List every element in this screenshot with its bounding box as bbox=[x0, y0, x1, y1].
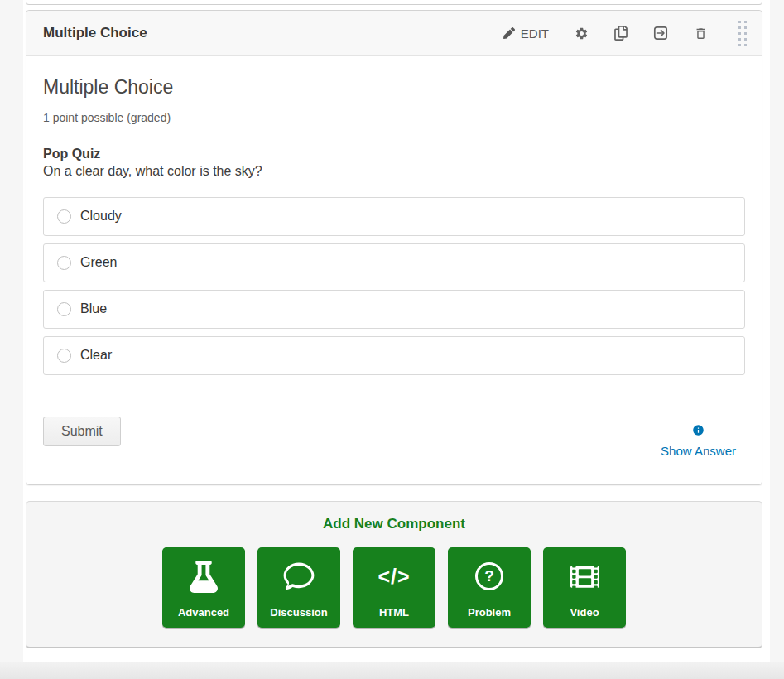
code-brackets-icon: </> bbox=[378, 547, 410, 606]
film-icon bbox=[570, 547, 600, 606]
add-problem-button[interactable]: ? Problem bbox=[448, 547, 531, 628]
points-possible: 1 point possible (graded) bbox=[43, 111, 745, 124]
duplicate-icon bbox=[614, 26, 628, 41]
choice-option-clear[interactable]: Clear bbox=[43, 336, 745, 375]
component-button-label: Advanced bbox=[178, 606, 229, 619]
choice-label: Clear bbox=[80, 348, 112, 363]
page-bottom-background bbox=[0, 662, 784, 679]
component-title: Multiple Choice bbox=[43, 25, 147, 41]
problem-actions-row: Submit Show Answer bbox=[43, 417, 745, 458]
trash-icon bbox=[694, 26, 708, 41]
pencil-icon bbox=[503, 27, 515, 39]
submit-button[interactable]: Submit bbox=[43, 417, 121, 446]
show-answer-wrap: Show Answer bbox=[661, 424, 736, 458]
add-html-button[interactable]: </> HTML bbox=[353, 547, 435, 628]
choice-label: Blue bbox=[80, 301, 107, 316]
choice-option-green[interactable]: Green bbox=[43, 243, 745, 282]
move-button[interactable] bbox=[652, 24, 670, 42]
multiple-choice-component-card: Multiple Choice EDIT bbox=[26, 10, 762, 485]
component-button-label: HTML bbox=[379, 606, 409, 619]
choice-option-cloudy[interactable]: Cloudy bbox=[43, 197, 745, 236]
choice-label: Green bbox=[80, 255, 117, 270]
component-button-label: Video bbox=[570, 606, 599, 619]
radio-button-icon[interactable] bbox=[57, 209, 71, 224]
component-actions: EDIT bbox=[502, 19, 748, 48]
add-video-button[interactable]: Video bbox=[543, 547, 626, 628]
radio-button-icon[interactable] bbox=[57, 256, 71, 270]
choice-list: Cloudy Green Blue Clear bbox=[43, 197, 745, 375]
show-answer-link[interactable]: Show Answer bbox=[661, 444, 736, 458]
component-type-buttons: Advanced Discussion </> HTML ? Problem bbox=[26, 547, 762, 628]
delete-button[interactable] bbox=[692, 25, 709, 42]
speech-bubble-icon bbox=[283, 547, 315, 606]
component-button-label: Problem bbox=[468, 606, 511, 619]
content-column: Multiple Choice EDIT bbox=[23, 0, 770, 662]
info-icon bbox=[692, 424, 705, 440]
flask-icon bbox=[190, 547, 218, 606]
component-button-label: Discussion bbox=[270, 606, 327, 619]
radio-button-icon[interactable] bbox=[57, 349, 71, 363]
gear-icon bbox=[575, 26, 589, 41]
question-text: On a clear day, what color is the sky? bbox=[43, 164, 745, 179]
component-card-header: Multiple Choice EDIT bbox=[26, 11, 762, 56]
choice-label: Cloudy bbox=[80, 209, 122, 224]
add-discussion-button[interactable]: Discussion bbox=[257, 547, 340, 628]
edit-button-label: EDIT bbox=[521, 26, 549, 41]
add-component-panel: Add New Component Advanced Discussion </… bbox=[26, 501, 762, 648]
previous-component-edge bbox=[26, 0, 762, 5]
radio-button-icon[interactable] bbox=[57, 302, 71, 316]
add-advanced-button[interactable]: Advanced bbox=[162, 547, 245, 628]
question-title: Pop Quiz bbox=[43, 147, 745, 161]
settings-button[interactable] bbox=[573, 25, 590, 42]
move-icon bbox=[653, 26, 668, 41]
problem-title: Multiple Choice bbox=[43, 76, 745, 99]
edit-button[interactable]: EDIT bbox=[502, 25, 551, 42]
choice-option-blue[interactable]: Blue bbox=[43, 290, 745, 329]
duplicate-button[interactable] bbox=[613, 24, 629, 42]
problem-body: Multiple Choice 1 point possible (graded… bbox=[26, 56, 762, 484]
drag-handle-icon[interactable] bbox=[737, 19, 748, 48]
question-circle-icon: ? bbox=[475, 547, 503, 606]
add-component-title: Add New Component bbox=[26, 516, 762, 532]
